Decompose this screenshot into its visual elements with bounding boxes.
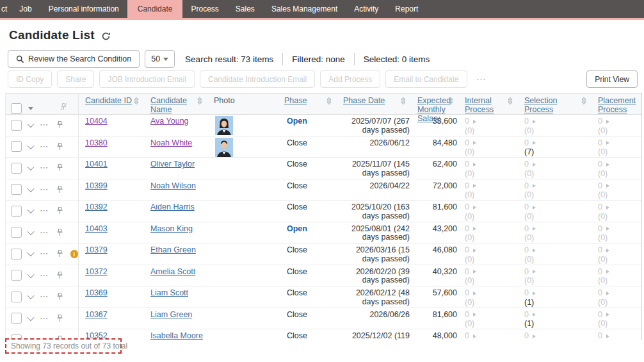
pin-icon[interactable] <box>56 206 64 215</box>
selection-process-expander[interactable]: 0 <box>524 268 592 277</box>
selection-process-expander[interactable]: 0 <box>524 289 592 298</box>
pin-icon[interactable] <box>56 185 64 194</box>
review-search-condition-button[interactable]: Review the Search Condition <box>8 50 140 68</box>
placement-process-expander[interactable]: 0 <box>598 182 642 191</box>
chevron-down-icon[interactable] <box>27 185 34 192</box>
sort-icon[interactable] <box>197 97 202 107</box>
candidate-id-link[interactable]: 10403 <box>85 224 108 233</box>
internal-process-expander[interactable]: 0 <box>465 203 518 212</box>
candidate-name-link[interactable]: Ava Young <box>150 117 189 126</box>
placement-process-expander[interactable]: 0 <box>598 117 642 126</box>
chevron-down-icon[interactable] <box>27 163 34 170</box>
internal-process-expander[interactable]: 0 <box>465 160 518 169</box>
row-checkbox[interactable] <box>11 120 22 131</box>
nav-tab[interactable]: ct <box>0 0 11 18</box>
placement-process-expander[interactable]: 0 <box>598 139 642 148</box>
nav-tab[interactable]: Job <box>11 0 40 18</box>
internal-process-expander[interactable]: 0 <box>465 311 518 320</box>
sort-icon[interactable] <box>508 97 513 107</box>
candidate-id-link[interactable]: 10380 <box>85 138 108 147</box>
bulk-action-button[interactable]: Share <box>57 70 94 88</box>
candidate-name-link[interactable]: Oliver Taylor <box>150 160 195 169</box>
nav-tab[interactable]: Report <box>387 0 426 18</box>
candidate-photo[interactable] <box>215 138 233 157</box>
chevron-down-icon[interactable] <box>27 249 34 256</box>
row-more-icon[interactable]: ⋯ <box>40 144 49 150</box>
candidate-name-link[interactable]: Mason King <box>150 224 193 233</box>
nav-tab[interactable]: Process <box>182 0 227 18</box>
selection-process-expander[interactable]: 0 <box>524 225 592 234</box>
internal-process-expander[interactable]: 0 <box>465 225 518 234</box>
chevron-down-icon[interactable] <box>27 271 34 278</box>
sort-icon[interactable] <box>326 97 332 107</box>
sort-icon[interactable] <box>134 97 139 107</box>
pin-icon[interactable] <box>56 142 64 151</box>
sort-icon[interactable] <box>581 97 586 107</box>
placement-process-expander[interactable]: 0 <box>598 225 642 234</box>
bulk-action-button[interactable]: ID Copy <box>8 70 52 88</box>
pin-icon[interactable] <box>56 314 64 323</box>
candidate-name-link[interactable]: Aiden Harris <box>150 202 195 211</box>
placement-process-expander[interactable]: 0 <box>598 246 642 255</box>
row-more-icon[interactable]: ⋯ <box>40 293 49 300</box>
candidate-name-link[interactable]: Noah Wilson <box>150 181 196 190</box>
candidate-name-link[interactable]: Amelia Scott <box>150 267 195 276</box>
unpin-all-icon[interactable] <box>60 103 68 114</box>
print-view-button[interactable]: Print View <box>586 70 638 88</box>
row-more-icon[interactable]: ⋯ <box>40 208 49 214</box>
candidate-id-link[interactable]: 10369 <box>85 288 108 297</box>
selection-process-expander[interactable]: 0 <box>524 160 592 169</box>
pin-icon[interactable] <box>56 228 64 237</box>
candidate-photo[interactable] <box>215 116 233 135</box>
internal-process-expander[interactable]: 0 <box>465 139 518 148</box>
placement-process-expander[interactable]: 0 <box>598 268 642 277</box>
selection-process-expander[interactable]: 0 <box>524 246 592 255</box>
selection-process-expander[interactable]: 0 <box>524 332 592 340</box>
candidate-name-link[interactable]: Noah White <box>150 138 192 147</box>
row-more-icon[interactable]: ⋯ <box>40 315 49 322</box>
internal-process-expander[interactable]: 0 <box>465 268 518 277</box>
nav-tab[interactable]: Activity <box>346 0 387 18</box>
chevron-down-icon[interactable] <box>27 314 34 321</box>
internal-process-expander[interactable]: 0 <box>465 182 518 191</box>
nav-tab[interactable]: Sales <box>227 0 263 18</box>
placement-process-expander[interactable]: 0 <box>598 160 642 169</box>
pin-icon[interactable] <box>56 292 64 301</box>
row-checkbox[interactable] <box>11 163 22 174</box>
pin-icon[interactable] <box>56 120 64 129</box>
bulk-action-button[interactable]: Email to Candidate <box>385 70 467 88</box>
candidate-id-link[interactable]: 10399 <box>85 181 108 190</box>
more-actions-button[interactable]: ⋯ <box>472 74 490 85</box>
row-checkbox[interactable] <box>11 249 22 259</box>
bulk-action-button[interactable]: Candidate Introduction Email <box>200 70 315 88</box>
row-checkbox[interactable] <box>11 227 22 238</box>
warning-icon[interactable]: ! <box>70 250 79 258</box>
chevron-down-icon[interactable] <box>27 206 34 213</box>
row-checkbox[interactable] <box>11 292 22 302</box>
refresh-icon[interactable] <box>101 31 111 41</box>
candidate-name-link[interactable]: Ethan Green <box>150 245 196 254</box>
candidate-name-link[interactable]: Liam Scott <box>150 288 188 297</box>
candidate-id-link[interactable]: 10401 <box>85 160 108 169</box>
row-more-icon[interactable]: ⋯ <box>40 122 49 128</box>
row-checkbox[interactable] <box>11 184 22 195</box>
row-more-icon[interactable]: ⋯ <box>40 229 49 236</box>
row-more-icon[interactable]: ⋯ <box>40 251 49 257</box>
internal-process-expander[interactable]: 0 <box>465 246 518 255</box>
sort-icon[interactable] <box>401 97 406 107</box>
select-all-checkbox[interactable] <box>11 103 22 114</box>
row-checkbox[interactable] <box>11 141 22 152</box>
candidate-id-link[interactable]: 10367 <box>85 310 108 319</box>
nav-tab[interactable]: Personal information <box>40 0 127 18</box>
placement-process-expander[interactable]: 0 <box>598 311 642 320</box>
nav-tab[interactable]: Candidate <box>127 0 183 18</box>
bulk-action-button[interactable]: JOB Introduction Email <box>99 70 195 88</box>
page-size-select[interactable]: 50 <box>145 50 175 68</box>
selection-process-expander[interactable]: 0 <box>524 203 592 212</box>
candidate-id-link[interactable]: 10372 <box>85 267 108 276</box>
placement-process-expander[interactable]: 0 <box>598 289 642 298</box>
internal-process-expander[interactable]: 0 <box>465 289 518 298</box>
pin-icon[interactable] <box>56 163 64 172</box>
internal-process-expander[interactable]: 0 <box>465 332 518 340</box>
row-checkbox[interactable] <box>11 313 22 324</box>
